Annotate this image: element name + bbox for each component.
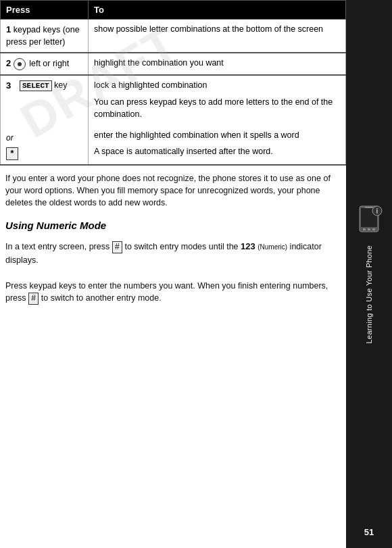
hash-key-2: # [28, 293, 39, 305]
table-header: Press To [1, 1, 346, 20]
hash-key-1: # [112, 241, 122, 253]
body-paragraph-1: If you enter a word your phone does not … [0, 166, 346, 216]
press-text-1: keypad keys (one press per letter) [6, 25, 80, 47]
svg-text:i: i [376, 207, 378, 215]
press-text-2: left or right [29, 59, 69, 68]
instruction-table: Press To 1 keypad keys (one press per le… [0, 0, 346, 166]
svg-rect-2 [365, 207, 373, 208]
to-cell-1: show possible letter combinations at the… [89, 20, 346, 53]
row-num-3: 3 [6, 80, 20, 92]
page-number: 51 [346, 527, 392, 537]
press-cell-3: 3 SELECT key or * [1, 75, 89, 165]
phone-icon: i [354, 204, 384, 236]
right-sidebar: i Learning to Use Your Phone 51 [346, 0, 392, 548]
to-cell-3: lock a highlighted combination You can p… [89, 75, 346, 165]
body2-part1: In a text entry screen, press [5, 242, 109, 251]
table-row: 1 keypad keys (one press per letter) sho… [1, 20, 346, 53]
press-text-select: key [52, 80, 68, 90]
content-area: DRAFT Press To 1 keypad keys (one press … [0, 0, 346, 548]
press-cell-1: 1 keypad keys (one press per letter) [1, 20, 89, 53]
nav-direction-icon [14, 58, 26, 70]
svg-rect-3 [363, 228, 366, 230]
select-key: SELECT [20, 80, 52, 91]
section-title: Using Numeric Mode [0, 216, 346, 234]
or-label: or [6, 132, 82, 144]
table-row: 2 left or right highlight the combinatio… [1, 53, 346, 75]
svg-rect-5 [372, 228, 375, 230]
svg-rect-4 [368, 228, 370, 230]
press-cell-2: 2 left or right [1, 53, 89, 75]
to-note-select: You can press keypad keys to add more le… [94, 97, 340, 120]
to-text-select: lock a highlighted combination [94, 80, 340, 92]
to-note-star: A space is automatically inserted after … [94, 146, 340, 158]
to-cell-2: highlight the combination you want [89, 53, 346, 75]
to-text-star: enter the highlighted combination when i… [94, 130, 340, 142]
numeric-label: (Numeric) [258, 243, 287, 251]
table-row: 3 SELECT key or * lock a highlighted com… [1, 75, 346, 165]
row-num-2: 2 [6, 58, 11, 68]
body3-part2: to switch to another entry mode. [41, 293, 162, 303]
star-key: * [6, 147, 18, 160]
main-layout: DRAFT Press To 1 keypad keys (one press … [0, 0, 392, 548]
body-paragraph-3: Press keypad keys to enter the numbers y… [0, 273, 346, 312]
numeric-indicator: 123 [241, 241, 255, 251]
to-header: To [89, 1, 346, 20]
sidebar-label: Learning to Use Your Phone [364, 245, 374, 343]
body-paragraph-2: In a text entry screen, press # to switc… [0, 234, 346, 273]
body2-part2: to switch entry modes until the [124, 242, 238, 251]
press-header: Press [1, 1, 89, 20]
row-num-1: 1 [6, 24, 11, 34]
